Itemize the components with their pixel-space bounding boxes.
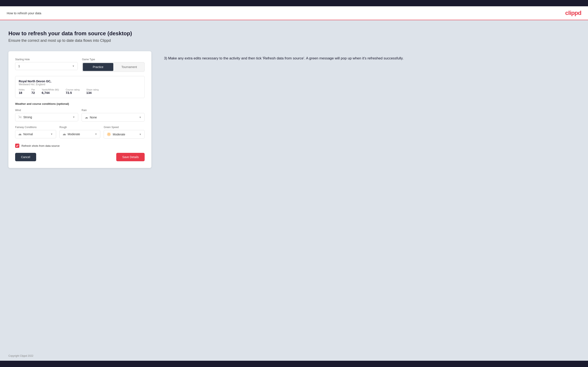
header-title: How to refresh your data (7, 11, 41, 15)
green-speed-value: Moderate (113, 133, 137, 136)
save-button[interactable]: Save Details (116, 153, 145, 161)
par-value: 72 (31, 91, 35, 94)
side-text-area: 3) Make any extra edits necessary to the… (164, 51, 579, 61)
yards-stat: Yards/White (M)) 6,744 (42, 88, 59, 94)
page-subtitle: Ensure the correct and most up to date d… (9, 38, 579, 43)
course-location: Westward Ho!, England (19, 83, 141, 86)
main-content: How to refresh your data from source (de… (0, 20, 588, 351)
course-name: Royal North Devon GC, (19, 80, 141, 83)
rain-label: Rain (82, 109, 145, 112)
logo: clippd (565, 10, 581, 16)
holes-stat: Holes 18 (19, 88, 25, 94)
rain-value: None (90, 116, 137, 119)
wind-group: Wind 🌬 Strong ▼ (15, 109, 78, 122)
slope-rating-label: Slope rating (86, 88, 99, 91)
fairway-select[interactable]: ⛰ Normal ▼ (15, 130, 56, 138)
green-speed-chevron-icon: ▼ (139, 133, 141, 136)
page-title: How to refresh your data from source (de… (9, 30, 579, 37)
course-rating-stat: Course rating 72.5 (66, 88, 80, 94)
yards-label: Yards/White (M)) (42, 88, 59, 91)
rain-icon: ☁ (85, 115, 88, 119)
rough-group: Rough ⛰ Moderate ▼ (60, 126, 101, 139)
wind-label: Wind (15, 109, 78, 112)
wind-value: Strong (23, 116, 71, 119)
course-info-box: Royal North Devon GC, Westward Ho!, Engl… (15, 76, 145, 98)
starting-hole-select[interactable]: 1 ▼ (15, 62, 78, 70)
rough-icon: ⛰ (63, 132, 66, 136)
top-form-row: Starting Hole 1 ▼ Game Type Practice Tou… (15, 58, 145, 72)
form-card: Starting Hole 1 ▼ Game Type Practice Tou… (9, 51, 151, 168)
game-type-label: Game Type (82, 58, 145, 61)
content-area: Starting Hole 1 ▼ Game Type Practice Tou… (9, 51, 579, 168)
slope-rating-stat: Slope rating 134 (86, 88, 99, 94)
rain-select[interactable]: ☁ None ▼ (82, 113, 145, 122)
side-description: 3) Make any extra edits necessary to the… (164, 55, 579, 61)
tournament-button[interactable]: Tournament (114, 62, 144, 72)
rough-value: Moderate (68, 133, 93, 136)
button-row: Cancel Save Details (15, 153, 145, 161)
holes-label: Holes (19, 88, 25, 91)
starting-hole-label: Starting Hole (15, 58, 78, 61)
course-rating-label: Course rating (66, 88, 80, 91)
fairway-value: Normal (23, 133, 49, 136)
holes-value: 18 (19, 91, 25, 94)
rough-select[interactable]: ⛰ Moderate ▼ (60, 130, 101, 138)
rain-group: Rain ☁ None ▼ (82, 109, 145, 122)
fairway-group: Fairway Conditions ⛰ Normal ▼ (15, 126, 56, 139)
conditions-row-1: Wind 🌬 Strong ▼ Rain ☁ None ▼ (15, 109, 145, 122)
game-type-toggle: Practice Tournament (82, 62, 145, 72)
bottom-bar (0, 361, 588, 367)
slope-rating-value: 134 (86, 91, 99, 94)
green-speed-group: Green Speed 🔆 Moderate ▼ (104, 126, 145, 139)
refresh-checkbox[interactable] (15, 144, 19, 148)
wind-select[interactable]: 🌬 Strong ▼ (15, 113, 78, 121)
rain-chevron-icon: ▼ (139, 116, 141, 119)
chevron-down-icon: ▼ (72, 65, 75, 68)
wind-chevron-icon: ▼ (72, 116, 75, 119)
cancel-button[interactable]: Cancel (15, 153, 36, 161)
par-label: Par (31, 88, 35, 91)
header: How to refresh your data clippd (0, 6, 588, 20)
refresh-checkbox-row: Refresh shots from data source (15, 144, 145, 148)
starting-hole-group: Starting Hole 1 ▼ (15, 58, 78, 72)
copyright-text: Copyright Clippd 2022 (9, 354, 34, 357)
refresh-label: Refresh shots from data source (21, 144, 60, 147)
green-speed-label: Green Speed (104, 126, 145, 129)
footer: Copyright Clippd 2022 (0, 351, 588, 361)
conditions-title: Weather and course conditions (optional) (15, 102, 145, 105)
practice-button[interactable]: Practice (83, 63, 113, 71)
course-rating-value: 72.5 (66, 91, 80, 94)
rough-label: Rough (60, 126, 101, 129)
wind-icon: 🌬 (18, 115, 22, 119)
rough-chevron-icon: ▼ (95, 133, 97, 136)
starting-hole-value: 1 (18, 65, 72, 68)
green-speed-select[interactable]: 🔆 Moderate ▼ (104, 130, 145, 139)
green-speed-icon: 🔆 (107, 132, 111, 136)
game-type-group: Game Type Practice Tournament (82, 58, 145, 72)
fairway-chevron-icon: ▼ (51, 133, 53, 136)
course-stats: Holes 18 Par 72 Yards/White (M)) 6,744 C… (19, 88, 141, 94)
par-stat: Par 72 (31, 88, 35, 94)
fairway-icon: ⛰ (18, 132, 22, 136)
yards-value: 6,744 (42, 91, 59, 94)
conditions-row-2: Fairway Conditions ⛰ Normal ▼ Rough ⛰ Mo… (15, 126, 145, 139)
fairway-label: Fairway Conditions (15, 126, 56, 129)
top-bar (0, 0, 588, 6)
